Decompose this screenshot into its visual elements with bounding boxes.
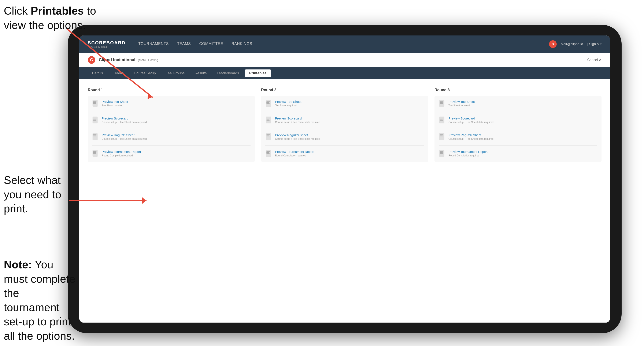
- svg-rect-26: [266, 119, 269, 120]
- annotation-top: Click Printables toview the options.: [4, 4, 96, 32]
- tab-tee-groups[interactable]: Tee Groups: [162, 69, 189, 77]
- svg-rect-49: [440, 151, 443, 152]
- svg-rect-7: [93, 103, 96, 104]
- round-2-tee-sheet-sub: Tee Sheet required: [275, 104, 302, 107]
- svg-rect-25: [266, 118, 270, 118]
- round-3-title: Round 3: [434, 88, 602, 92]
- nav-tournaments[interactable]: TOURNAMENTS: [138, 42, 169, 47]
- svg-rect-6: [93, 102, 96, 103]
- round-1-tee-sheet-text: Preview Tee Sheet Tee Sheet required: [102, 100, 128, 107]
- tab-course-setup[interactable]: Course Setup: [130, 69, 160, 77]
- tab-leaderboards[interactable]: Leaderboards: [213, 69, 243, 77]
- tab-teams[interactable]: Teams: [109, 69, 128, 77]
- round-1-column: Round 1: [88, 88, 255, 162]
- cancel-button[interactable]: Cancel ✕: [587, 58, 602, 62]
- svg-rect-35: [266, 153, 270, 154]
- top-nav-right: B blair@clippd.io | Sign out: [549, 40, 602, 48]
- round-1-raguzzi-text: Preview Raguzzi Sheet Course setup + Tee…: [102, 133, 147, 140]
- svg-rect-47: [440, 137, 443, 137]
- main-content: Round 1: [79, 79, 610, 323]
- svg-rect-41: [440, 118, 443, 118]
- round-3-scorecard[interactable]: Preview Scorecard Course setup + Tee She…: [439, 117, 597, 125]
- svg-rect-14: [93, 136, 96, 136]
- round-2-tee-sheet-label: Preview Tee Sheet: [275, 100, 302, 103]
- svg-rect-10: [93, 119, 96, 120]
- round-2-scorecard-sub: Course setup + Tee Sheet data required: [275, 121, 320, 124]
- svg-rect-43: [440, 120, 443, 121]
- tablet-shell: SCOREBOARD Powered by clippd TOURNAMENTS…: [68, 25, 622, 333]
- svg-rect-15: [93, 137, 96, 137]
- top-nav-links: TOURNAMENTS TEAMS COMMITTEE RANKINGS: [138, 42, 549, 47]
- annotation-middle: Select what you need to print.: [4, 173, 76, 216]
- tournament-logo: C: [88, 56, 95, 64]
- svg-rect-22: [266, 102, 269, 103]
- round-3-tournament-report[interactable]: Preview Tournament Report Round Completi…: [439, 150, 597, 158]
- round-3-report-sub: Round Completion required: [448, 154, 488, 157]
- round-1-scorecard[interactable]: Preview Scorecard Course setup + Tee She…: [92, 117, 250, 125]
- tournament-name: Clippd Invitational: [99, 57, 135, 62]
- tab-details[interactable]: Details: [88, 69, 107, 77]
- nav-committee[interactable]: COMMITTEE: [199, 42, 223, 47]
- tab-printables[interactable]: Printables: [245, 69, 271, 77]
- round-2-tournament-report[interactable]: Preview Tournament Report Round Completi…: [265, 150, 424, 158]
- brand-sub: Powered by clippd: [88, 46, 126, 48]
- round-2-title: Round 2: [261, 88, 428, 92]
- sub-nav: Details Teams Course Setup Tee Groups Re…: [79, 67, 610, 79]
- r2-scorecard-icon: [265, 117, 272, 125]
- round-3-raguzzi[interactable]: Preview Raguzzi Sheet Course setup + Tee…: [439, 133, 597, 141]
- round-1-scorecard-sub: Course setup + Tee Sheet data required: [102, 121, 147, 124]
- round-1-scorecard-label: Preview Scorecard: [102, 117, 147, 120]
- svg-rect-51: [440, 153, 443, 154]
- round-2-scorecard[interactable]: Preview Scorecard Course setup + Tee She…: [265, 117, 424, 125]
- svg-rect-30: [266, 136, 269, 136]
- round-1-tournament-report-label: Preview Tournament Report: [102, 150, 141, 154]
- round-2-raguzzi-sub: Course setup + Tee Sheet data required: [275, 138, 320, 140]
- svg-rect-34: [266, 152, 269, 153]
- r2-raguzzi-icon: [265, 133, 272, 141]
- scorecard-icon: [92, 117, 99, 125]
- svg-rect-37: [440, 101, 443, 102]
- round-1-raguzzi-sub: Course setup + Tee Sheet data required: [102, 138, 147, 140]
- tab-results[interactable]: Results: [190, 69, 211, 77]
- round-1-tee-sheet-label: Preview Tee Sheet: [102, 100, 128, 103]
- svg-rect-29: [266, 135, 270, 135]
- round-3-scorecard-label: Preview Scorecard: [448, 117, 494, 120]
- round-2-raguzzi[interactable]: Preview Raguzzi Sheet Course setup + Tee…: [265, 133, 424, 141]
- round-3-tee-sheet-label: Preview Tee Sheet: [448, 100, 475, 103]
- round-3-tee-sheet[interactable]: Preview Tee Sheet Tee Sheet required: [439, 100, 597, 108]
- top-nav: SCOREBOARD Powered by clippd TOURNAMENTS…: [79, 35, 610, 53]
- round-3-column: Round 3 Preview Tee Sheet Tee Sheet requ…: [434, 88, 602, 162]
- round-2-tee-sheet[interactable]: Preview Tee Sheet Tee Sheet required: [265, 100, 424, 108]
- round-3-report-label: Preview Tournament Report: [448, 150, 488, 154]
- svg-rect-44: [439, 133, 444, 140]
- nav-teams[interactable]: TEAMS: [177, 42, 191, 47]
- round-2-scorecard-label: Preview Scorecard: [275, 117, 320, 120]
- round-1-tournament-report[interactable]: Preview Tournament Report Round Completi…: [92, 150, 250, 158]
- svg-rect-28: [266, 133, 271, 140]
- r3-scorecard-icon: [439, 117, 446, 125]
- svg-rect-50: [440, 152, 442, 153]
- round-1-raguzzi-label: Preview Raguzzi Sheet: [102, 133, 147, 137]
- tee-sheet-icon: [92, 100, 99, 108]
- round-1-tournament-report-text: Preview Tournament Report Round Completi…: [102, 150, 141, 157]
- round-1-tee-sheet[interactable]: Preview Tee Sheet Tee Sheet required: [92, 100, 250, 108]
- user-avatar: B: [549, 40, 557, 48]
- svg-rect-38: [440, 102, 442, 103]
- round-2-column: Round 2 Preview Tee Sheet Tee Sheet requ…: [261, 88, 428, 162]
- round-1-raguzzi[interactable]: Preview Raguzzi Sheet Course setup + Tee…: [92, 133, 250, 141]
- svg-rect-23: [266, 103, 270, 104]
- round-2-card: Preview Tee Sheet Tee Sheet required Pre…: [261, 96, 428, 162]
- tournament-status: Hosting: [148, 58, 158, 62]
- annotation-bottom: Note: You must complete the tournament s…: [4, 258, 76, 343]
- svg-rect-16: [92, 150, 98, 157]
- rounds-container: Round 1: [88, 88, 602, 162]
- round-2-raguzzi-label: Preview Raguzzi Sheet: [275, 133, 320, 137]
- nav-rankings[interactable]: RANKINGS: [232, 42, 252, 47]
- round-3-tee-sheet-sub: Tee Sheet required: [448, 104, 475, 107]
- svg-rect-18: [93, 152, 96, 153]
- svg-rect-46: [440, 136, 442, 136]
- svg-rect-12: [92, 133, 98, 140]
- svg-rect-19: [93, 153, 96, 154]
- sign-out-link[interactable]: | Sign out: [587, 42, 602, 46]
- brand: SCOREBOARD Powered by clippd: [88, 40, 126, 48]
